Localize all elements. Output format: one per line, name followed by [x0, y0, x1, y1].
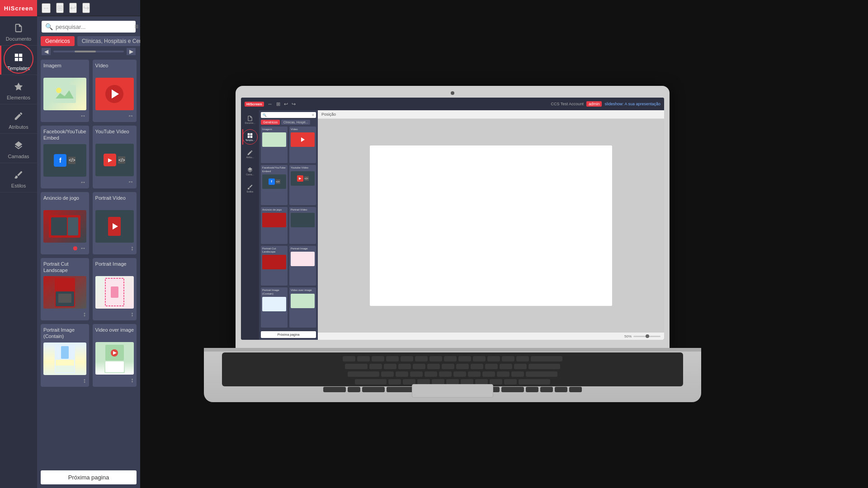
- resize-icon-imagem[interactable]: ↔: [80, 112, 86, 119]
- toggle-icon-game[interactable]: ⏺: [72, 244, 78, 252]
- laptop-sb-documento[interactable]: Docume...: [242, 112, 258, 127]
- sidebar-item-estilos[interactable]: Estilos: [0, 163, 37, 192]
- template-card-portrait-img-contain[interactable]: Portrait Image (Contain) ↕: [41, 324, 89, 387]
- toolbar-btn-grid[interactable]: ⊞: [56, 3, 64, 13]
- laptop-sb-templates[interactable]: Templa...: [242, 129, 258, 145]
- cat-tab-genericos[interactable]: Genéricos: [41, 36, 75, 46]
- next-page-btn[interactable]: Próxima pagina: [41, 470, 137, 484]
- laptop-tthumb-2: [291, 132, 315, 147]
- laptop-tcard-4[interactable]: Youtube Vídeo ▶ </>: [289, 165, 316, 205]
- resize-icon-yt-video[interactable]: ↔: [127, 178, 134, 185]
- resize-icon-game[interactable]: ↔: [80, 244, 86, 252]
- laptop-sb-camadas[interactable]: Cama...: [242, 164, 258, 179]
- template-card-video-over-img[interactable]: Video over image ↕: [93, 324, 137, 387]
- laptop-next-page-btn[interactable]: Próxima pagina: [261, 331, 316, 338]
- laptop-tthumb-6: [291, 213, 315, 227]
- template-card-game[interactable]: Anúncio de jogo ⏺ ↔: [41, 192, 89, 254]
- resize-icon-fb-yt[interactable]: ↔: [80, 178, 86, 186]
- scroll-left-btn[interactable]: ◀: [42, 48, 51, 55]
- laptop-mini-panel: 🔍 ≡ Genéricos Clínicas, Hospit... Imagem: [259, 110, 318, 340]
- laptop-tthumb-1: [262, 132, 286, 147]
- template-card-video[interactable]: Vídeo ↔: [93, 60, 137, 122]
- key: [516, 356, 529, 361]
- laptop-tb-btn-grid[interactable]: ⊞: [276, 101, 280, 107]
- key-shift-l: [355, 379, 387, 385]
- template-thumb-portrait-video: [95, 210, 134, 243]
- scroll-track: [53, 51, 124, 52]
- template-card-imagem[interactable]: Imagem ↔: [41, 60, 89, 122]
- toolbar-btn-undo[interactable]: ↩: [69, 3, 77, 13]
- laptop-tb-btn-swap[interactable]: ↔: [268, 101, 273, 107]
- key: [357, 356, 370, 361]
- key-ctrl-l: [323, 387, 346, 392]
- laptop-tb-btn-redo[interactable]: ↪: [292, 101, 296, 107]
- laptop-canvas[interactable]: [318, 119, 664, 333]
- filter-icon[interactable]: ≡: [134, 23, 138, 31]
- cat-tab-clinicas[interactable]: Clínicas, Hospitais e Cent: [77, 36, 140, 46]
- laptop-template-grid: Imagem Vídeo Facebook/YouTube Embed: [259, 125, 318, 329]
- sidebar-item-templates[interactable]: Templates: [0, 46, 37, 75]
- sidebar-item-elementos[interactable]: Elementos: [0, 75, 37, 104]
- template-card-portrait-video[interactable]: Portrait Vídeo ↕: [93, 192, 137, 254]
- sidebar-item-camadas[interactable]: Camadas: [0, 134, 37, 163]
- resize-icon-portrait-img[interactable]: ↕: [131, 310, 134, 318]
- zoom-slider[interactable]: [633, 336, 660, 337]
- laptop-cat-clinicas[interactable]: Clínicas, Hospit...: [281, 120, 310, 125]
- laptop-tcard-6[interactable]: Portrait Vídeo: [289, 207, 316, 244]
- template-grid: Imagem ↔ Vídeo ↔: [41, 60, 137, 387]
- touchpad[interactable]: [412, 384, 493, 398]
- laptop-tb-btn-undo[interactable]: ↩: [284, 101, 288, 107]
- toolbar-btn-swap[interactable]: ↔: [42, 3, 51, 13]
- laptop-tcard-7[interactable]: Portrait Cut Landscape: [261, 246, 288, 286]
- laptop-area: HiScreen ↔ ⊞ ↩ ↪ CCS Test Account admin …: [37, 0, 868, 488]
- styles-icon: [12, 169, 25, 181]
- laptop-cat-genericos[interactable]: Genéricos: [261, 120, 280, 125]
- svg-rect-17: [105, 361, 124, 372]
- laptop-sb-atributos[interactable]: Atribu...: [242, 146, 258, 162]
- resize-icon-video-over-img[interactable]: ↕: [131, 376, 134, 384]
- key: [444, 356, 457, 361]
- laptop-tcard-5[interactable]: Anúncio de jogo: [261, 207, 288, 244]
- document-icon: [12, 22, 25, 34]
- laptop-tcard-10[interactable]: Video over image: [289, 287, 316, 328]
- key: [384, 364, 396, 369]
- scroll-right-btn[interactable]: ▶: [127, 48, 136, 55]
- template-icons-row-game: ⏺ ↔: [43, 243, 86, 252]
- templates-scroll-area[interactable]: Imagem ↔ Vídeo ↔: [37, 57, 140, 467]
- key-tab: [345, 364, 368, 369]
- template-card-fb-yt[interactable]: Facebook/YouTube Embed f </> ↔: [41, 126, 89, 188]
- key: [453, 371, 466, 377]
- key-arrow-l: [526, 387, 538, 392]
- laptop-ttitle-3: Facebook/YouTube Embed: [262, 166, 286, 173]
- laptop-tcard-8[interactable]: Portrait Image: [289, 246, 316, 286]
- laptop-sb-estilos[interactable]: Estilos: [242, 181, 258, 196]
- key: [386, 356, 399, 361]
- laptop-tcard-3[interactable]: Facebook/YouTube Embed f </>: [261, 165, 288, 205]
- key: [485, 364, 498, 369]
- laptop-ttitle-6: Portrait Vídeo: [291, 208, 315, 211]
- resize-icon-portrait-cut[interactable]: ↕: [83, 310, 86, 318]
- template-card-portrait-img[interactable]: Portrait Image ↕: [93, 258, 137, 321]
- sidebar-item-atributos[interactable]: Atributos: [0, 104, 37, 134]
- sidebar-item-documento[interactable]: Documento: [0, 16, 37, 46]
- sidebar-label-camadas: Camadas: [8, 154, 29, 159]
- resize-icon-portrait-img-contain[interactable]: ↕: [83, 377, 86, 384]
- templates-panel: 🔍 ≡ Genéricos Clínicas, Hospitais e Cent…: [37, 16, 140, 488]
- laptop-filter-icon[interactable]: ≡: [312, 113, 314, 117]
- laptop-zoom-label: 50%: [624, 334, 632, 338]
- key-shift-r: [526, 371, 557, 377]
- template-title-imagem: Imagem: [43, 62, 86, 75]
- laptop-slideshow-link[interactable]: slideshow: A sua apresentação: [604, 102, 660, 106]
- laptop-tcard-1[interactable]: Imagem: [261, 127, 288, 163]
- resize-icon-portrait-video[interactable]: ↕: [131, 244, 134, 252]
- template-card-yt-video[interactable]: YouTube Vídeo ▶ </> ↔: [93, 126, 137, 188]
- laptop-search-input[interactable]: [268, 113, 311, 117]
- template-card-portrait-cut[interactable]: Portrait Cut Landscape ↕: [41, 258, 89, 321]
- toolbar-btn-redo[interactable]: ↪: [82, 3, 90, 13]
- template-thumb-fb-yt: f </>: [43, 144, 86, 177]
- laptop-tcard-9[interactable]: Portrait Image (Contain): [261, 287, 288, 328]
- search-input[interactable]: [56, 23, 132, 30]
- laptop-topbar: HiScreen ↔ ⊞ ↩ ↪ CCS Test Account admin …: [241, 98, 664, 110]
- laptop-tcard-2[interactable]: Vídeo: [289, 127, 316, 163]
- resize-icon-video[interactable]: ↔: [127, 112, 134, 119]
